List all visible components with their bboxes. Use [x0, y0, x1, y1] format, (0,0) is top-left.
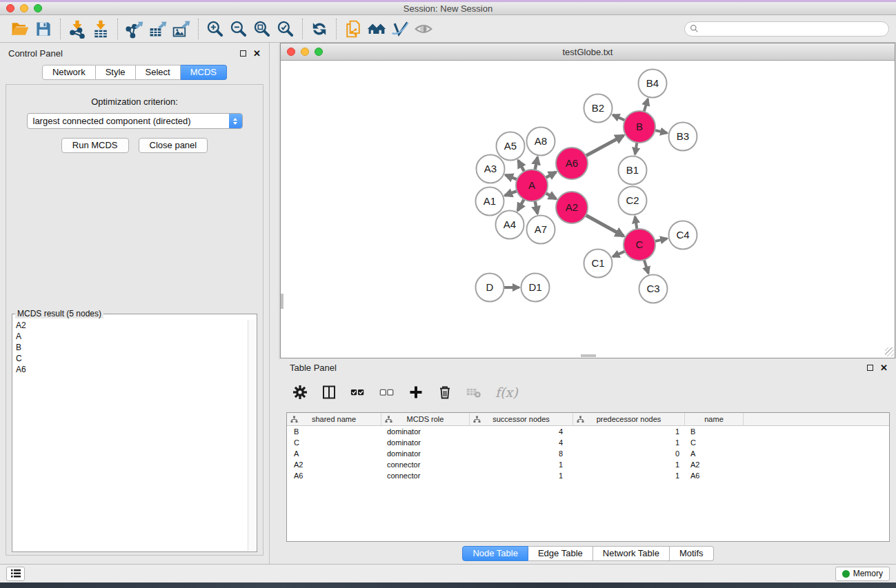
zoom-out-icon[interactable]: [227, 18, 250, 40]
memory-button[interactable]: Memory: [835, 567, 890, 581]
network-canvas[interactable]: B4B2BB3B1C2A5A8A3A6AA1A2A4A7CC4C1C3DD1: [281, 61, 895, 357]
graph-node-C4[interactable]: C4: [669, 221, 697, 250]
mcds-result-item[interactable]: A2: [13, 320, 248, 331]
clone-network-icon[interactable]: [341, 18, 365, 40]
show-panels-menu-button[interactable]: [6, 567, 25, 581]
zoom-fit-icon[interactable]: [250, 18, 274, 40]
table-cell[interactable]: 0: [573, 449, 685, 458]
graph-node-B[interactable]: B: [624, 111, 655, 143]
home-layout-icon[interactable]: [365, 18, 388, 40]
canvas-left-scroll-tick[interactable]: [281, 294, 283, 309]
graph-node-A1[interactable]: A1: [476, 187, 504, 216]
table-cell[interactable]: 1: [470, 472, 573, 480]
delete-columns-icon[interactable]: [437, 383, 452, 402]
float-table-panel-icon[interactable]: [867, 365, 873, 371]
toggle-graphics-details-icon[interactable]: [388, 18, 412, 40]
graph-node-A8[interactable]: A8: [527, 128, 555, 156]
table-cell[interactable]: dominator: [381, 449, 470, 458]
tab-mcds[interactable]: MCDS: [181, 65, 227, 80]
export-network-icon[interactable]: [123, 18, 146, 40]
table-cell[interactable]: connector: [381, 460, 470, 469]
show-column-panel-icon[interactable]: [321, 383, 337, 402]
search-box[interactable]: [684, 21, 889, 37]
save-session-icon[interactable]: [32, 18, 55, 40]
search-input[interactable]: [699, 24, 888, 34]
table-cell[interactable]: B: [685, 427, 744, 436]
eye-icon[interactable]: [412, 18, 435, 40]
zoom-selected-icon[interactable]: [274, 18, 297, 40]
column-header[interactable]: shared name: [287, 413, 381, 425]
table-row[interactable]: Adominator80A: [287, 448, 889, 459]
zoom-in-icon[interactable]: [203, 18, 227, 40]
table-cell[interactable]: A2: [287, 460, 381, 469]
graph-node-D[interactable]: D: [476, 274, 504, 302]
graph-node-A7[interactable]: A7: [527, 216, 555, 244]
import-table-icon[interactable]: [89, 18, 112, 40]
float-panel-icon[interactable]: [240, 50, 246, 57]
mcds-result-item[interactable]: A: [13, 331, 248, 342]
tab-edge-table[interactable]: Edge Table: [528, 546, 593, 561]
window-resize-grip[interactable]: [885, 347, 894, 356]
create-column-icon[interactable]: [408, 383, 424, 402]
graph-node-A2[interactable]: A2: [556, 192, 588, 223]
graph-node-A5[interactable]: A5: [497, 132, 525, 161]
table-row[interactable]: A2connector11A2: [287, 459, 889, 470]
run-mcds-button[interactable]: Run MCDS: [61, 138, 129, 153]
table-row[interactable]: Bdominator41B: [287, 426, 889, 437]
column-header[interactable]: successor nodes: [470, 413, 573, 425]
table-cell[interactable]: A: [287, 449, 381, 458]
network-graph[interactable]: B4B2BB3B1C2A5A8A3A6AA1A2A4A7CC4C1C3DD1: [281, 61, 895, 351]
graph-node-D1[interactable]: D1: [521, 274, 550, 302]
table-cell[interactable]: 8: [470, 449, 573, 458]
close-table-panel-icon[interactable]: ✕: [880, 363, 888, 372]
table-cell[interactable]: 4: [470, 427, 573, 436]
table-cell[interactable]: 1: [470, 460, 573, 469]
tab-node-table[interactable]: Node Table: [462, 546, 528, 561]
table-cell[interactable]: C: [685, 438, 744, 447]
mcds-result-item[interactable]: C: [13, 353, 248, 364]
graph-node-C3[interactable]: C3: [639, 275, 668, 303]
table-cell[interactable]: C: [287, 438, 381, 447]
mcds-result-item[interactable]: A6: [13, 364, 248, 375]
close-panel-button[interactable]: Close panel: [139, 138, 208, 153]
network-window-titlebar[interactable]: testGlobe.txt: [281, 43, 895, 61]
column-header[interactable]: predecessor nodes: [573, 413, 685, 425]
tab-network[interactable]: Network: [42, 65, 96, 80]
mcds-result-item[interactable]: B: [13, 342, 248, 353]
table-row[interactable]: Cdominator41C: [287, 437, 889, 448]
graph-node-B3[interactable]: B3: [669, 123, 697, 151]
graph-node-C1[interactable]: C1: [584, 250, 613, 278]
tab-network-table[interactable]: Network Table: [593, 546, 670, 561]
table-cell[interactable]: 1: [573, 438, 685, 447]
optimization-criterion-select[interactable]: largest connected component (directed): [27, 113, 243, 129]
tab-select[interactable]: Select: [136, 65, 181, 80]
graph-node-B1[interactable]: B1: [619, 156, 647, 185]
table-cell[interactable]: A2: [685, 460, 744, 469]
graph-node-A[interactable]: A: [516, 170, 548, 201]
unselect-all-columns-icon[interactable]: [379, 383, 395, 402]
table-cell[interactable]: 4: [470, 438, 573, 447]
open-file-icon[interactable]: [8, 18, 32, 40]
table-cell[interactable]: dominator: [381, 438, 470, 447]
graph-node-A3[interactable]: A3: [477, 155, 505, 183]
table-cell[interactable]: A6: [685, 472, 744, 480]
table-cell[interactable]: 1: [573, 460, 685, 469]
table-cell[interactable]: 1: [573, 472, 685, 480]
column-header[interactable]: MCDS role: [381, 413, 470, 425]
import-network-icon[interactable]: [66, 18, 89, 40]
table-cell[interactable]: 1: [573, 427, 685, 436]
table-options-icon[interactable]: [292, 383, 308, 402]
mcds-result-scrollbar[interactable]: [248, 320, 256, 551]
function-builder-icon[interactable]: f(x): [495, 383, 518, 402]
table-cell[interactable]: dominator: [381, 427, 470, 436]
canvas-bottom-scroll-tick[interactable]: [581, 354, 596, 357]
table-cell[interactable]: connector: [381, 472, 470, 480]
tab-style[interactable]: Style: [96, 65, 136, 80]
refresh-network-icon[interactable]: [308, 18, 331, 40]
tab-motifs[interactable]: Motifs: [670, 546, 714, 561]
graph-node-C[interactable]: C: [624, 229, 655, 261]
column-header[interactable]: name: [685, 413, 744, 425]
select-all-columns-icon[interactable]: [350, 383, 366, 402]
graph-node-B4[interactable]: B4: [639, 70, 667, 98]
graph-node-B2[interactable]: B2: [584, 94, 613, 123]
